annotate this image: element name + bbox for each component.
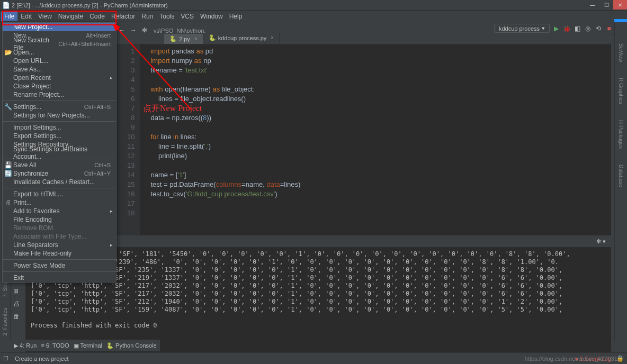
menu-item[interactable]: Export to HTML... [3,190,116,198]
menu-view[interactable]: View [35,12,55,21]
rightbar-sciview[interactable]: SciView [618,43,624,62]
right-tool-bar: SciView R Graphics R Packages Database [614,22,627,341]
minimize-button[interactable]: — [586,0,599,10]
tab-2py[interactable]: 🐍2.py× [164,34,203,44]
menu-item[interactable]: File Encoding [3,215,116,224]
menu-item[interactable]: Rename Project... [3,90,116,99]
menu-help[interactable]: Help [226,12,246,21]
menu-item[interactable]: 🔧Settings...Ctrl+Alt+S [3,103,116,111]
bottom-tab-python[interactable]: 🐍 Python Console [106,342,157,349]
file-menu-dropdown: New Project...New...Alt+InsertNew Scratc… [2,22,117,283]
close-tab-icon[interactable]: × [271,35,274,41]
leftbar-favorites[interactable]: 2: Favorites [2,308,8,335]
menu-item[interactable]: Power Save Mode [3,261,116,270]
bottom-tool-tabs: ▶ 4: Run ≡ 6: TODO ▣ Terminal 🐍 Python C… [11,340,160,351]
status-icon: ☐ [3,355,8,362]
menu-window[interactable]: Window [197,12,226,21]
menu-item[interactable]: Close Project [3,82,116,90]
menu-item[interactable]: Export Settings... [3,132,116,140]
print-icon[interactable]: 🖨 [13,300,23,310]
window-buttons: — ☐ ✕ [586,0,627,10]
menu-item[interactable]: Associate with File Type... [3,232,116,241]
menu-item[interactable]: Make File Read-only [3,249,116,258]
bottom-tab-terminal[interactable]: ▣ Terminal [74,342,102,349]
app-icon: 📄 [2,2,10,9]
menu-item[interactable]: Invalidate Caches / Restart... [3,178,116,186]
titlebar: 📄 2 [E:\2] - ...\kddcup process.py [2] -… [0,0,627,11]
menu-tools[interactable]: Tools [156,12,177,21]
annotation-text: 点开New Project [143,103,202,114]
menu-edit[interactable]: Edit [17,12,35,21]
menu-item[interactable]: 📂Open... [3,48,116,57]
rightbar-rpackages[interactable]: R Packages [618,120,624,149]
menu-item[interactable]: Save As... [3,65,116,74]
menu-vcs[interactable]: VCS [177,12,197,21]
menu-file[interactable]: File [1,12,17,21]
menu-item[interactable]: 🔄SynchronizeCtrl+Alt+Y [3,169,116,178]
watermark: https://blog.csdn.net/weixin_42703127 [525,356,624,362]
menu-item[interactable]: Settings for New Projects... [3,111,116,120]
run-panel-settings[interactable]: ✻ ▾ [596,238,606,245]
menu-navigate[interactable]: Navigate [55,12,86,21]
menu-refactor[interactable]: Refactor [108,12,138,21]
tab-label: 2.py [179,36,190,42]
menu-item[interactable]: New Scratch FileCtrl+Alt+Shift+Insert [3,40,116,48]
bottom-tab-run[interactable]: ▶ 4: Run [14,342,37,349]
menu-item[interactable]: Sync Settings to JetBrains Account... [3,149,116,157]
menu-item[interactable]: Line Separators▸ [3,241,116,249]
menu-item[interactable]: Open Recent▸ [3,74,116,82]
menu-item[interactable]: Exit [3,274,116,282]
bottom-tab-todo[interactable]: ≡ 6: TODO [41,342,69,349]
menu-item[interactable]: 🖨Print... [3,198,116,207]
tab-kddcup[interactable]: 🐍kddcup process.py× [203,33,280,44]
trash-icon[interactable]: 🗑 [13,313,23,322]
menu-item[interactable]: Open URL... [3,57,116,65]
editor-tabs: 🐍2.py× 🐍kddcup process.py× [117,33,611,44]
menu-item[interactable]: 💾Save AllCtrl+S [3,161,116,169]
window-title: 2 [E:\2] - ...\kddcup process.py [2] - P… [12,2,168,8]
tab-label: kddcup process.py [218,35,267,41]
rightbar-rgraphics[interactable]: R Graphics [618,78,624,104]
pin-icon[interactable]: ⊞ [13,287,23,297]
menu-run[interactable]: Run [138,12,156,21]
rightbar-database[interactable]: Database [618,165,624,187]
menu-item[interactable]: Import Settings... [3,123,116,132]
maximize-button[interactable]: ☐ [599,0,613,10]
status-text: Create a new project [15,356,69,362]
close-button[interactable]: ✕ [613,0,627,10]
menu-code[interactable]: Code [86,12,108,21]
menu-item[interactable]: New Project... [3,23,116,31]
menubar: File Edit View Navigate Code Refactor Ru… [0,11,627,22]
menu-item[interactable]: Add to Favorites▸ [3,207,116,215]
menu-item[interactable]: Remove BOM [3,224,116,232]
close-tab-icon[interactable]: × [194,36,198,42]
